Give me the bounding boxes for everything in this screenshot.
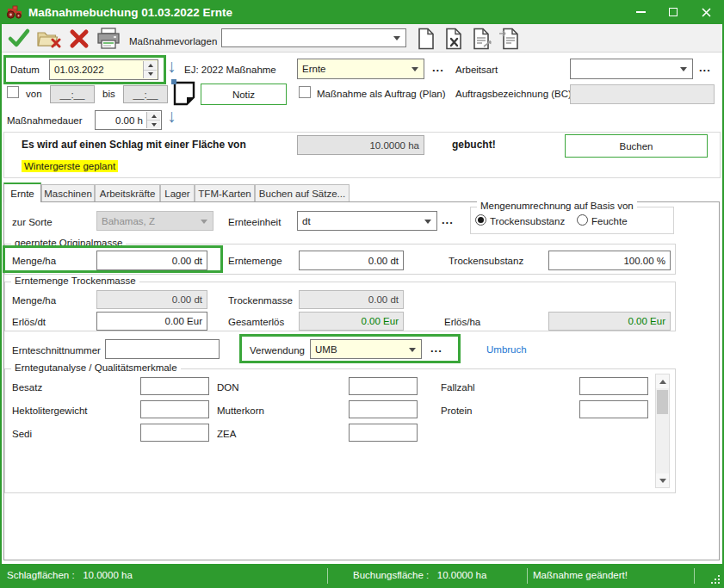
resize-grip[interactable] [711, 575, 721, 585]
confirm-check-icon[interactable] [7, 28, 31, 48]
triangle-down-icon [148, 72, 153, 76]
delete-document-icon[interactable] [444, 28, 463, 50]
verwendung-combobox[interactable]: UMB [310, 339, 422, 359]
triangle-up-icon [148, 64, 153, 67]
massnahme-combobox[interactable]: Ernte [297, 59, 424, 79]
tab-lager[interactable]: Lager [160, 184, 195, 202]
dauer-field[interactable]: 0.00 h [95, 110, 162, 130]
close-button[interactable] [690, 0, 722, 24]
trockensubstanz-field[interactable]: 100.00 % [548, 251, 671, 270]
protein-field[interactable] [579, 400, 648, 418]
besatz-field[interactable] [140, 377, 209, 395]
buchen-button-label: Buchen [619, 141, 653, 152]
trockenmasse-group-title: Erntemenge Trockenmasse [11, 275, 139, 286]
document-import-icon[interactable] [499, 28, 520, 50]
tab-label: Lager [164, 189, 189, 199]
don-field[interactable] [349, 377, 418, 395]
spin-down-button[interactable] [144, 71, 157, 79]
zur-sorte-label: zur Sorte [12, 216, 53, 228]
tab-arbeitskraefte[interactable]: Arbeitskräfte [95, 184, 160, 202]
folder-cancel-icon[interactable] [36, 29, 62, 48]
datum-spinner [143, 61, 157, 78]
arbeitsart-more-button[interactable]: ... [699, 61, 711, 74]
apply-down-arrow-icon[interactable]: ↓ [167, 107, 176, 126]
analyse-scrollbar[interactable] [655, 374, 670, 488]
ernteeinheit-more-button[interactable]: ... [442, 214, 454, 226]
auftrag-checkbox[interactable] [299, 86, 311, 98]
tab-ernte[interactable]: Ernte [3, 183, 41, 202]
umbruch-link[interactable]: Umbruch [486, 344, 527, 355]
fallzahl-field[interactable] [579, 377, 648, 395]
bis-label: bis [102, 88, 115, 100]
zea-field[interactable] [349, 424, 418, 442]
chevron-down-icon [412, 67, 418, 71]
vorlagen-label: Maßnahmevorlagen [129, 35, 217, 47]
scroll-down-button[interactable] [656, 473, 669, 487]
apply-down-arrow-icon[interactable]: ↓ [167, 57, 176, 76]
schlagflaechen-status: Schlagflächen : 10.0000 ha [7, 570, 133, 580]
trockensubstanz-value: 100.00 % [623, 256, 665, 266]
mutterkorn-field[interactable] [349, 400, 418, 418]
status-divider [694, 568, 695, 584]
protein-label: Protein [441, 405, 472, 417]
menge-ha-value: 0.00 dt [172, 256, 202, 266]
radio-feuchte[interactable] [577, 214, 588, 226]
new-document-icon[interactable] [417, 28, 436, 50]
window-title: Maßnahmebuchung 01.03.2022 Ernte [28, 6, 232, 19]
fallzahl-label: Fallzahl [441, 381, 475, 393]
maximize-button[interactable] [657, 0, 690, 24]
message-status: Maßnahme geändert! [533, 570, 628, 580]
auftragsbezeichnung-label: Auftragsbezeichnung (BC) [455, 88, 572, 100]
delete-x-icon[interactable] [69, 28, 90, 49]
dauer-label: Maßnahmedauer [7, 115, 83, 127]
umrechnung-group-title: Mengenumrechnung auf Basis von [477, 201, 637, 211]
analyse-group-title: Erntegutanalyse / Qualitätsmerkmale [11, 362, 181, 373]
erloes-ha-field: 0.00 Eur [548, 312, 671, 331]
tab-maschinen[interactable]: Maschinen [41, 184, 95, 202]
spin-down-button[interactable] [147, 121, 160, 128]
zeit-checkbox[interactable] [7, 86, 19, 98]
erntemenge-field[interactable]: 0.00 dt [299, 251, 404, 270]
sedi-field[interactable] [140, 424, 209, 442]
radio-trockensubstanz[interactable] [475, 214, 486, 226]
window-controls [624, 0, 722, 24]
flaeche-field: 10.0000 ha [297, 135, 424, 155]
radio-dot-icon [478, 217, 484, 223]
application-window: Maßnahmebuchung 01.03.2022 Ernte [0, 0, 724, 588]
hektolitergewicht-field[interactable] [140, 400, 209, 418]
sorte-combobox: Bahamas, Z [96, 211, 213, 231]
datum-label: Datum [10, 64, 40, 76]
spin-up-button[interactable] [144, 61, 157, 71]
vorlagen-combobox[interactable] [221, 28, 406, 47]
buchen-button[interactable]: Buchen [565, 134, 708, 158]
besatz-label: Besatz [12, 381, 42, 393]
dauer-value: 0.00 h [115, 115, 143, 126]
minimize-button[interactable] [624, 0, 657, 24]
datum-field[interactable]: 01.03.2022 [49, 59, 158, 80]
ernteschnitt-field[interactable] [105, 339, 220, 359]
scroll-up-button[interactable] [656, 374, 669, 388]
menge-ha-field[interactable]: 0.00 dt [96, 251, 207, 270]
massnahme-more-button[interactable]: ... [432, 61, 444, 74]
tab-buchen-auf-saetze[interactable]: Buchen auf Sätze... [255, 184, 350, 202]
bis-time-field[interactable]: __:__ [123, 85, 168, 103]
arbeitsart-combobox[interactable] [570, 59, 693, 79]
hektolitergewicht-label: Hektolitergewicht [12, 405, 88, 417]
tractor-icon [6, 5, 22, 19]
ernteeinheit-value: dt [302, 216, 311, 226]
trockenmasse-value: 0.00 dt [368, 294, 399, 305]
tab-tfm-karten[interactable]: TFM-Karten [195, 184, 255, 202]
von-time-field[interactable]: __:__ [50, 85, 95, 103]
erloes-dt-field[interactable]: 0.00 Eur [96, 312, 207, 331]
ernteeinheit-combobox[interactable]: dt [297, 211, 437, 231]
flaeche-value: 10.0000 ha [369, 140, 419, 151]
scrollbar-thumb[interactable] [657, 390, 668, 414]
chevron-down-icon [424, 220, 431, 224]
note-icon[interactable] [171, 79, 197, 107]
verwendung-more-button[interactable]: ... [430, 342, 442, 355]
verwendung-label: Verwendung [250, 344, 305, 356]
notiz-button[interactable]: Notiz [201, 84, 287, 105]
printer-icon[interactable] [96, 28, 121, 50]
spin-up-button[interactable] [147, 112, 160, 121]
document-edit-icon[interactable] [472, 28, 492, 50]
